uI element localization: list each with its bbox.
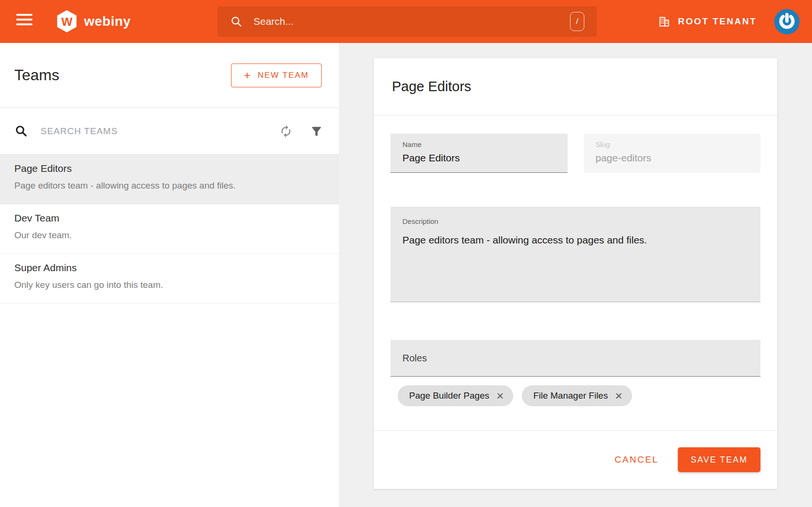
team-name: Page Editors — [14, 163, 325, 174]
slug-field-label: Slug — [596, 140, 749, 148]
chip-label: File Manager Files — [533, 391, 608, 401]
webiny-hexagon-icon: W — [56, 10, 77, 33]
team-list-item-page-editors[interactable]: Page Editors Page editors team - allowin… — [0, 155, 339, 204]
close-icon[interactable]: × — [615, 391, 622, 401]
hamburger-bar — [16, 14, 32, 16]
building-icon — [658, 15, 671, 28]
teams-search-row — [0, 108, 339, 155]
team-editor-panel: Page Editors Name Slug Description Page … — [339, 43, 812, 507]
refresh-icon — [279, 125, 293, 138]
cancel-button[interactable]: CANCEL — [615, 454, 659, 465]
svg-text:W: W — [61, 15, 73, 28]
filter-button[interactable] — [308, 123, 325, 139]
role-chips-row: Page Builder Pages × File Manager Files … — [390, 385, 760, 406]
roles-field-label: Roles — [402, 353, 427, 364]
global-search-input[interactable] — [253, 16, 570, 27]
role-chip-page-builder-pages[interactable]: Page Builder Pages × — [398, 385, 513, 406]
team-editor-footer: CANCEL SAVE TEAM — [390, 431, 760, 489]
new-team-button[interactable]: + NEW TEAM — [231, 63, 322, 87]
avatar-power-icon — [773, 8, 801, 35]
chip-label: Page Builder Pages — [409, 391, 489, 401]
top-bar: W webiny / — [0, 0, 812, 43]
hamburger-bar — [16, 23, 32, 25]
teams-list-panel: Teams + NEW TEAM — [0, 43, 339, 507]
name-field[interactable]: Name — [390, 134, 568, 173]
team-editor-header: Page Editors — [374, 58, 777, 116]
tenant-label: ROOT TENANT — [678, 16, 757, 27]
tenant-selector[interactable]: ROOT TENANT — [658, 0, 757, 43]
team-name: Super Admins — [14, 262, 325, 274]
name-field-label: Name — [402, 140, 556, 148]
team-name: Dev Team — [14, 212, 325, 224]
global-search-bar[interactable]: / — [218, 6, 597, 37]
teams-list: Page Editors Page editors team - allowin… — [0, 155, 339, 304]
refresh-button[interactable] — [278, 123, 294, 139]
slug-input — [596, 152, 749, 164]
team-description: Our dev team. — [14, 230, 325, 241]
plus-icon: + — [244, 70, 252, 81]
team-editor-body: Name Slug Description Page editors team … — [374, 134, 777, 489]
teams-panel-header: Teams + NEW TEAM — [0, 43, 339, 108]
description-field[interactable]: Description Page editors team - allowing… — [390, 207, 760, 302]
roles-field[interactable]: Roles — [390, 340, 760, 377]
user-avatar[interactable] — [773, 8, 801, 35]
description-input[interactable]: Page editors team - allowing access to p… — [402, 234, 749, 246]
webiny-admin-app: W webiny / — [0, 0, 812, 507]
team-editor-title: Page Editors — [392, 79, 471, 95]
description-field-label: Description — [402, 217, 749, 225]
role-chip-file-manager-files[interactable]: File Manager Files × — [522, 385, 632, 406]
save-team-button[interactable]: SAVE TEAM — [678, 447, 760, 472]
webiny-logo[interactable]: W webiny — [56, 10, 131, 33]
slug-field: Slug — [584, 134, 761, 173]
close-icon[interactable]: × — [496, 391, 504, 401]
team-description: Page editors team - allowing access to p… — [14, 180, 325, 191]
hamburger-menu-icon[interactable] — [16, 14, 32, 29]
team-list-item-super-admins[interactable]: Super Admins Only key users can go into … — [0, 254, 339, 304]
filter-icon — [310, 125, 323, 138]
team-editor-card: Page Editors Name Slug Description Page … — [374, 58, 777, 489]
page-title: Teams — [14, 66, 59, 84]
name-slug-row: Name Slug — [390, 134, 760, 173]
new-team-button-label: NEW TEAM — [258, 71, 309, 80]
slash-shortcut-badge: / — [570, 12, 584, 31]
brand-wordmark: webiny — [84, 14, 131, 29]
teams-search-input[interactable] — [41, 126, 264, 137]
name-input[interactable] — [402, 152, 556, 164]
team-description: Only key users can go into this team. — [14, 280, 325, 290]
search-icon — [230, 15, 243, 28]
hamburger-bar — [16, 19, 32, 21]
search-icon — [14, 124, 28, 138]
team-list-item-dev-team[interactable]: Dev Team Our dev team. — [0, 204, 339, 254]
